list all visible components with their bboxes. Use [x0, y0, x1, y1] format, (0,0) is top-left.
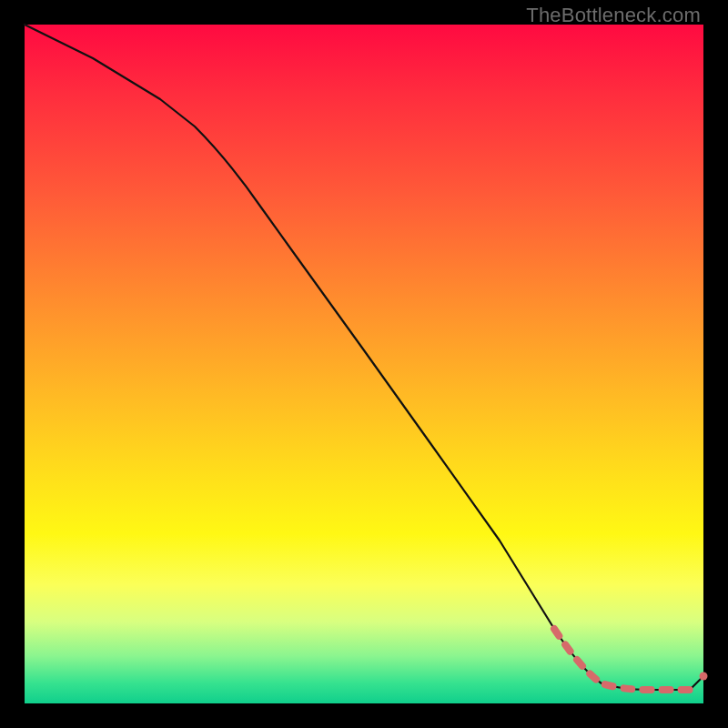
- bottleneck-curve-line: [25, 25, 703, 690]
- plot-area: [25, 25, 703, 703]
- curve-end-dot: [700, 672, 708, 681]
- chart-frame: TheBottleneck.com: [0, 0, 728, 728]
- chart-svg: [25, 25, 703, 703]
- optimal-range-dots: [554, 629, 690, 690]
